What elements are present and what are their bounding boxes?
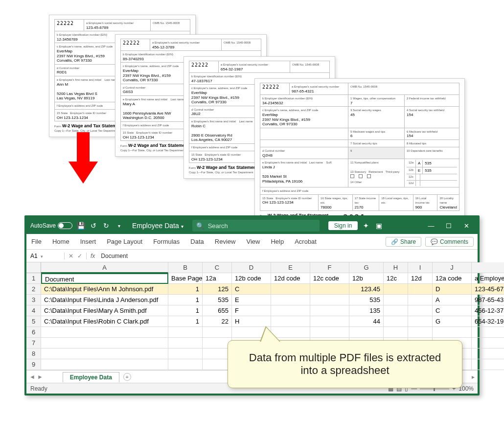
cell[interactable]: C:\Data\Input Files\Mary A Smith.pdf [41, 305, 168, 316]
cell[interactable]: C:\Data\Input Files\Robin C Clark.pdf [41, 316, 168, 327]
name-box[interactable]: A1 [26, 253, 65, 259]
cell[interactable] [384, 295, 408, 305]
cell[interactable] [271, 284, 310, 295]
cell[interactable]: G [433, 316, 472, 327]
mode-switch-icon[interactable]: ▣ [374, 221, 383, 230]
formula-input[interactable]: Document [99, 253, 130, 259]
tab-acrobat[interactable]: Acrobat [294, 236, 318, 247]
cell[interactable]: C [232, 284, 271, 295]
tab-next-icon[interactable]: ► [37, 373, 43, 380]
col-header[interactable]: A [41, 262, 168, 273]
cell[interactable]: 12d [408, 273, 433, 284]
cell[interactable]: E [232, 295, 271, 305]
row-header[interactable]: 6 [26, 327, 41, 338]
cell[interactable] [472, 338, 504, 349]
autosave-toggle[interactable]: AutoSave [30, 222, 72, 229]
col-header[interactable]: J [433, 262, 472, 273]
redo-icon[interactable]: ↻ [102, 221, 111, 230]
sign-in-button[interactable]: Sign in [328, 221, 358, 230]
tab-file[interactable]: File [30, 236, 43, 247]
share-button[interactable]: 🔗 Share [386, 237, 421, 247]
cell[interactable]: A [433, 295, 472, 305]
coming-soon-icon[interactable]: ✦ [362, 221, 370, 230]
cell[interactable] [472, 327, 504, 338]
row-header[interactable]: 8 [26, 349, 41, 359]
col-header[interactable]: D [232, 262, 271, 273]
cell[interactable]: 123-45-6789 [472, 284, 504, 295]
cell[interactable] [168, 349, 203, 359]
cell[interactable] [310, 305, 349, 316]
cell[interactable]: 125 [203, 284, 232, 295]
cell[interactable] [408, 295, 433, 305]
cell[interactable] [168, 338, 203, 349]
cell[interactable] [310, 284, 349, 295]
cell[interactable]: 1 [168, 316, 203, 327]
cell[interactable] [408, 305, 433, 316]
col-header[interactable]: E [271, 262, 310, 273]
col-header[interactable]: H [384, 262, 408, 273]
cell[interactable] [271, 316, 310, 327]
sheet-tab[interactable]: Employee Data [63, 372, 119, 382]
tab-view[interactable]: View [245, 236, 261, 247]
cell[interactable]: C [433, 305, 472, 316]
row-header[interactable]: 1 [26, 273, 41, 284]
cell[interactable]: Document [41, 273, 168, 284]
cell[interactable] [203, 327, 232, 338]
tab-home[interactable]: Home [51, 236, 70, 247]
cell[interactable] [349, 327, 384, 338]
col-header[interactable]: G [349, 262, 384, 273]
save-icon[interactable]: 💾 [76, 221, 85, 230]
cell[interactable]: 987-65-4321 [472, 295, 504, 305]
col-header[interactable]: C [203, 262, 232, 273]
cancel-icon[interactable]: ✕ [69, 253, 73, 259]
cell[interactable] [384, 327, 408, 338]
tab-data[interactable]: Data [189, 236, 205, 247]
cell[interactable]: 655 [203, 305, 232, 316]
workbook-name[interactable]: Employee Data [132, 222, 179, 230]
cell[interactable]: C:\Data\Input Files\Ann M Johnson.pdf [41, 284, 168, 295]
cell[interactable]: a Employee social security [472, 273, 504, 284]
col-header[interactable]: I [408, 262, 433, 273]
cell[interactable] [271, 295, 310, 305]
add-sheet-icon[interactable]: + [123, 373, 131, 381]
cell[interactable]: 44 [349, 316, 384, 327]
cell[interactable]: 654-32-1987 [472, 316, 504, 327]
cell[interactable]: F [232, 305, 271, 316]
col-header[interactable]: K [472, 262, 504, 273]
row-header[interactable]: 3 [26, 295, 41, 305]
select-all-corner[interactable] [26, 262, 41, 273]
row-header[interactable]: 4 [26, 305, 41, 316]
cell[interactable]: D [433, 284, 472, 295]
cell[interactable] [384, 305, 408, 316]
cell[interactable] [472, 359, 504, 370]
cell[interactable]: 12d code [271, 273, 310, 284]
cell[interactable]: H [232, 316, 271, 327]
cell[interactable]: 123.45 [349, 284, 384, 295]
minimize-icon[interactable]: ― [424, 222, 438, 230]
cell[interactable] [168, 359, 203, 370]
cell[interactable] [271, 305, 310, 316]
cell[interactable]: 1 [168, 305, 203, 316]
cell[interactable]: 12c [384, 273, 408, 284]
cell[interactable]: 12b [349, 273, 384, 284]
tab-prev-icon[interactable]: ◄ [29, 373, 35, 380]
cell[interactable] [408, 316, 433, 327]
cell[interactable]: 12a [203, 273, 232, 284]
row-header[interactable]: 9 [26, 359, 41, 370]
comments-button[interactable]: 💬 Comments [425, 237, 474, 247]
cell[interactable]: Base Page [168, 273, 203, 284]
enter-icon[interactable]: ✓ [77, 253, 82, 259]
search-input[interactable] [207, 222, 316, 230]
qat-dropdown-icon[interactable]: ▾ [115, 221, 123, 230]
cell[interactable]: 135 [349, 305, 384, 316]
cell[interactable] [472, 349, 504, 359]
tab-formulas[interactable]: Formulas [152, 236, 181, 247]
col-header[interactable]: F [310, 262, 349, 273]
cell[interactable] [433, 327, 472, 338]
cell[interactable] [41, 338, 168, 349]
row-header[interactable]: 5 [26, 316, 41, 327]
cell[interactable]: 22 [203, 316, 232, 327]
cell[interactable] [41, 349, 168, 359]
cell[interactable] [408, 327, 433, 338]
tab-page-layout[interactable]: Page Layout [106, 236, 143, 247]
